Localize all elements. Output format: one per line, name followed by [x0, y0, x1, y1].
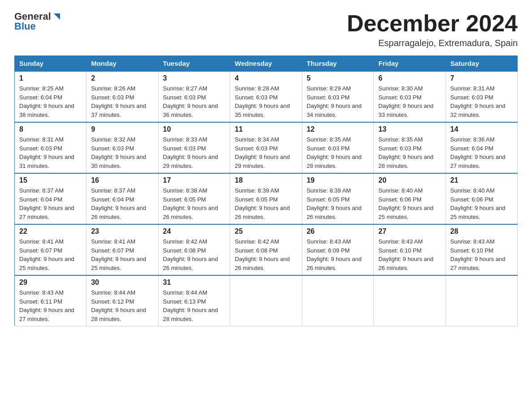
- day-info: Sunrise: 8:37 AM Sunset: 6:04 PM Dayligh…: [19, 186, 82, 221]
- calendar-week-row: 15 Sunrise: 8:37 AM Sunset: 6:04 PM Dayl…: [15, 173, 518, 224]
- table-row: 21 Sunrise: 8:40 AM Sunset: 6:06 PM Dayl…: [446, 173, 517, 224]
- table-row: 26 Sunrise: 8:43 AM Sunset: 6:09 PM Dayl…: [302, 224, 373, 275]
- table-row: 29 Sunrise: 8:43 AM Sunset: 6:11 PM Dayl…: [15, 275, 86, 326]
- day-info: Sunrise: 8:34 AM Sunset: 6:03 PM Dayligh…: [235, 135, 297, 170]
- day-number: 28: [450, 227, 513, 235]
- header-saturday: Saturday: [446, 56, 517, 72]
- day-number: 2: [91, 74, 153, 82]
- day-number: 4: [235, 74, 297, 82]
- day-info: Sunrise: 8:25 AM Sunset: 6:04 PM Dayligh…: [19, 84, 82, 119]
- table-row: 10 Sunrise: 8:33 AM Sunset: 6:03 PM Dayl…: [158, 122, 230, 173]
- month-title: December 2024: [347, 11, 518, 36]
- day-number: 10: [163, 125, 225, 133]
- table-row: [446, 275, 517, 326]
- day-info: Sunrise: 8:32 AM Sunset: 6:03 PM Dayligh…: [91, 135, 153, 170]
- day-info: Sunrise: 8:40 AM Sunset: 6:06 PM Dayligh…: [378, 186, 441, 221]
- location: Esparragalejo, Extremadura, Spain: [347, 38, 518, 48]
- day-number: 29: [19, 278, 82, 287]
- table-row: 23 Sunrise: 8:41 AM Sunset: 6:07 PM Dayl…: [86, 224, 158, 275]
- table-row: 25 Sunrise: 8:42 AM Sunset: 6:08 PM Dayl…: [230, 224, 302, 275]
- day-number: 16: [91, 176, 153, 184]
- day-number: 6: [378, 74, 441, 82]
- day-info: Sunrise: 8:35 AM Sunset: 6:03 PM Dayligh…: [378, 135, 441, 170]
- day-number: 17: [163, 176, 225, 184]
- day-number: 12: [307, 125, 369, 133]
- day-info: Sunrise: 8:43 AM Sunset: 6:11 PM Dayligh…: [19, 288, 82, 323]
- logo-blue-text: Blue: [14, 21, 36, 32]
- day-info: Sunrise: 8:39 AM Sunset: 6:05 PM Dayligh…: [307, 186, 369, 221]
- table-row: 2 Sunrise: 8:26 AM Sunset: 6:03 PM Dayli…: [86, 71, 158, 122]
- table-row: 31 Sunrise: 8:44 AM Sunset: 6:13 PM Dayl…: [158, 275, 230, 326]
- day-info: Sunrise: 8:30 AM Sunset: 6:03 PM Dayligh…: [378, 84, 441, 119]
- day-number: 27: [378, 227, 441, 235]
- table-row: 6 Sunrise: 8:30 AM Sunset: 6:03 PM Dayli…: [374, 71, 446, 122]
- table-row: 27 Sunrise: 8:43 AM Sunset: 6:10 PM Dayl…: [374, 224, 446, 275]
- table-row: 12 Sunrise: 8:35 AM Sunset: 6:03 PM Dayl…: [302, 122, 373, 173]
- day-number: 1: [19, 74, 82, 82]
- calendar-table: Sunday Monday Tuesday Wednesday Thursday…: [14, 56, 518, 326]
- day-info: Sunrise: 8:43 AM Sunset: 6:10 PM Dayligh…: [450, 237, 513, 272]
- day-info: Sunrise: 8:42 AM Sunset: 6:08 PM Dayligh…: [163, 237, 225, 272]
- table-row: 4 Sunrise: 8:28 AM Sunset: 6:03 PM Dayli…: [230, 71, 302, 122]
- day-number: 8: [19, 125, 82, 133]
- day-number: 5: [307, 74, 369, 82]
- table-row: 24 Sunrise: 8:42 AM Sunset: 6:08 PM Dayl…: [158, 224, 230, 275]
- day-number: 9: [91, 125, 153, 133]
- day-info: Sunrise: 8:33 AM Sunset: 6:03 PM Dayligh…: [163, 135, 225, 170]
- table-row: 14 Sunrise: 8:36 AM Sunset: 6:04 PM Dayl…: [446, 122, 517, 173]
- day-number: 21: [450, 176, 513, 184]
- table-row: [230, 275, 302, 326]
- header-monday: Monday: [86, 56, 158, 72]
- table-row: 7 Sunrise: 8:31 AM Sunset: 6:03 PM Dayli…: [446, 71, 517, 122]
- table-row: [374, 275, 446, 326]
- day-number: 11: [235, 125, 297, 133]
- day-number: 15: [19, 176, 82, 184]
- calendar-week-row: 8 Sunrise: 8:31 AM Sunset: 6:03 PM Dayli…: [15, 122, 518, 173]
- day-number: 13: [378, 125, 441, 133]
- svg-marker-0: [54, 13, 60, 20]
- day-number: 20: [378, 176, 441, 184]
- table-row: 11 Sunrise: 8:34 AM Sunset: 6:03 PM Dayl…: [230, 122, 302, 173]
- day-number: 14: [450, 125, 513, 133]
- day-info: Sunrise: 8:41 AM Sunset: 6:07 PM Dayligh…: [91, 237, 153, 272]
- day-number: 22: [19, 227, 82, 235]
- calendar-week-row: 22 Sunrise: 8:41 AM Sunset: 6:07 PM Dayl…: [15, 224, 518, 275]
- table-row: 15 Sunrise: 8:37 AM Sunset: 6:04 PM Dayl…: [15, 173, 86, 224]
- day-number: 24: [163, 227, 225, 235]
- day-info: Sunrise: 8:31 AM Sunset: 6:03 PM Dayligh…: [450, 84, 513, 119]
- day-info: Sunrise: 8:41 AM Sunset: 6:07 PM Dayligh…: [19, 237, 82, 272]
- table-row: 3 Sunrise: 8:27 AM Sunset: 6:03 PM Dayli…: [158, 71, 230, 122]
- calendar-week-row: 29 Sunrise: 8:43 AM Sunset: 6:11 PM Dayl…: [15, 275, 518, 326]
- day-number: 25: [235, 227, 297, 235]
- header-sunday: Sunday: [15, 56, 86, 72]
- day-info: Sunrise: 8:44 AM Sunset: 6:13 PM Dayligh…: [163, 288, 225, 323]
- table-row: 20 Sunrise: 8:40 AM Sunset: 6:06 PM Dayl…: [374, 173, 446, 224]
- day-info: Sunrise: 8:39 AM Sunset: 6:05 PM Dayligh…: [235, 186, 297, 221]
- table-row: 9 Sunrise: 8:32 AM Sunset: 6:03 PM Dayli…: [86, 122, 158, 173]
- day-info: Sunrise: 8:35 AM Sunset: 6:03 PM Dayligh…: [307, 135, 369, 170]
- day-info: Sunrise: 8:40 AM Sunset: 6:06 PM Dayligh…: [450, 186, 513, 221]
- calendar-week-row: 1 Sunrise: 8:25 AM Sunset: 6:04 PM Dayli…: [15, 71, 518, 122]
- day-number: 18: [235, 176, 297, 184]
- day-info: Sunrise: 8:37 AM Sunset: 6:04 PM Dayligh…: [91, 186, 153, 221]
- day-info: Sunrise: 8:36 AM Sunset: 6:04 PM Dayligh…: [450, 135, 513, 170]
- table-row: 30 Sunrise: 8:44 AM Sunset: 6:12 PM Dayl…: [86, 275, 158, 326]
- day-info: Sunrise: 8:31 AM Sunset: 6:03 PM Dayligh…: [19, 135, 82, 170]
- table-row: 16 Sunrise: 8:37 AM Sunset: 6:04 PM Dayl…: [86, 173, 158, 224]
- day-info: Sunrise: 8:38 AM Sunset: 6:05 PM Dayligh…: [163, 186, 225, 221]
- header-wednesday: Wednesday: [230, 56, 302, 72]
- day-number: 7: [450, 74, 513, 82]
- day-info: Sunrise: 8:43 AM Sunset: 6:10 PM Dayligh…: [378, 237, 441, 272]
- day-info: Sunrise: 8:28 AM Sunset: 6:03 PM Dayligh…: [235, 84, 297, 119]
- table-row: 5 Sunrise: 8:29 AM Sunset: 6:03 PM Dayli…: [302, 71, 373, 122]
- page-header: General Blue December 2024 Esparragalejo…: [14, 11, 518, 48]
- table-row: 8 Sunrise: 8:31 AM Sunset: 6:03 PM Dayli…: [15, 122, 86, 173]
- table-row: 13 Sunrise: 8:35 AM Sunset: 6:03 PM Dayl…: [374, 122, 446, 173]
- table-row: 18 Sunrise: 8:39 AM Sunset: 6:05 PM Dayl…: [230, 173, 302, 224]
- table-row: 19 Sunrise: 8:39 AM Sunset: 6:05 PM Dayl…: [302, 173, 373, 224]
- day-info: Sunrise: 8:29 AM Sunset: 6:03 PM Dayligh…: [307, 84, 369, 119]
- day-number: 26: [307, 227, 369, 235]
- header-tuesday: Tuesday: [158, 56, 230, 72]
- day-number: 31: [163, 278, 225, 287]
- table-row: 17 Sunrise: 8:38 AM Sunset: 6:05 PM Dayl…: [158, 173, 230, 224]
